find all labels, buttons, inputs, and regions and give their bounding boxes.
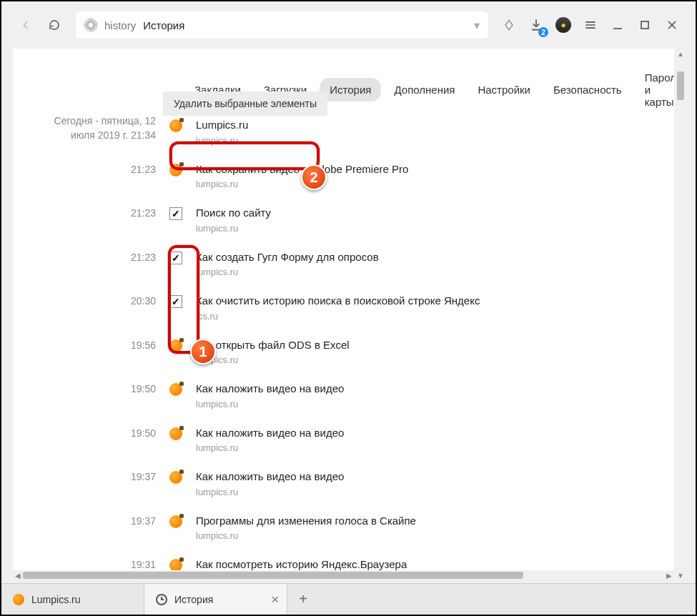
entry-time: 21:23	[13, 250, 156, 263]
page-title: История	[143, 19, 184, 31]
favicon-icon	[169, 515, 182, 528]
history-entry[interactable]: Lumpics.rulumpics.ru	[13, 114, 674, 159]
url-path: history	[104, 19, 136, 31]
close-window-button[interactable]	[661, 14, 683, 36]
entry-time: 20:30	[13, 294, 156, 307]
reload-button[interactable]	[43, 14, 66, 36]
entry-checkbox[interactable]	[169, 207, 182, 220]
delete-selected-button[interactable]: Удалить выбранные элементы	[163, 91, 327, 116]
history-entry[interactable]: 21:23Как создать Гугл Форму для опросовl…	[13, 247, 674, 291]
minimize-button[interactable]	[607, 14, 628, 36]
entry-time: 19:37	[13, 470, 156, 482]
favicon-icon	[169, 164, 182, 177]
entry-domain: lumpics.ru	[196, 487, 674, 497]
history-entry[interactable]: 19:37Программы для изменения голоса в Ск…	[13, 510, 674, 555]
entry-domain: lumpics.ru	[196, 267, 674, 277]
nav-tab-5[interactable]: Безопасность	[543, 78, 632, 101]
entry-title[interactable]: Как наложить видео на видео	[196, 382, 674, 396]
entry-domain: lumpics.ru	[196, 530, 674, 541]
settings-tabs: ЗакладкиЗагрузкиИсторияДополненияНастрой…	[13, 49, 674, 114]
tab-close-icon[interactable]: ✕	[271, 594, 280, 605]
entry-time: 19:50	[13, 382, 156, 394]
history-entry[interactable]: 21:23Поиск по сайтуlumpics.ru	[13, 202, 674, 247]
favicon-icon	[169, 427, 182, 440]
entry-title[interactable]: Как наложить видео на видео	[196, 470, 674, 484]
scroll-thumb[interactable]	[677, 71, 684, 100]
downloads-button[interactable]: 2	[525, 14, 547, 36]
entry-time	[13, 118, 156, 119]
favicon-icon	[169, 119, 182, 132]
tab-label: Lumpics.ru	[31, 594, 80, 605]
yandex-button[interactable]	[498, 14, 520, 36]
favicon-icon	[169, 471, 182, 484]
browser-tab[interactable]: История✕	[144, 584, 287, 615]
entry-domain: lumpics.ru	[196, 179, 674, 189]
site-icon	[84, 19, 97, 31]
nav-tab-4[interactable]: Настройки	[468, 78, 540, 101]
menu-button[interactable]	[580, 14, 601, 36]
maximize-button[interactable]	[634, 14, 656, 36]
scroll-thumb-h[interactable]	[23, 572, 523, 579]
history-entry[interactable]: 19:37Как наложить видео на видеоlumpics.…	[13, 466, 674, 510]
entry-checkbox[interactable]	[169, 252, 182, 264]
entry-title[interactable]: Поиск по сайту	[196, 206, 674, 220]
entry-time: 19:37	[13, 514, 156, 527]
entry-domain: lumpics.ru	[196, 223, 674, 234]
favicon-icon	[13, 594, 24, 605]
history-entry[interactable]: 19:50Как наложить видео на видеоlumpics.…	[13, 378, 674, 422]
entry-domain: ics.ru	[196, 311, 674, 322]
entry-title[interactable]: Как наложить видео на видео	[196, 426, 674, 440]
entry-domain: lumpics.ru	[196, 135, 674, 146]
entry-time: 21:23	[13, 206, 156, 219]
nav-tab-6[interactable]: Пароли и карты	[635, 66, 674, 114]
favicon-icon	[169, 383, 182, 396]
scroll-down-icon[interactable]: ▼	[676, 570, 686, 580]
nav-tab-3[interactable]: Дополнения	[384, 78, 465, 101]
profile-button[interactable]: ●	[553, 14, 574, 36]
entry-title[interactable]: Как сохранить видео в Adobe Premiere Pro	[196, 162, 674, 177]
entry-title[interactable]: Программы для изменения голоса в Скайпе	[196, 514, 674, 528]
entry-domain: lumpics.ru	[196, 354, 674, 365]
back-button[interactable]	[14, 14, 37, 36]
entry-title[interactable]: Как открыть файл ODS в Excel	[196, 338, 674, 352]
entry-domain: lumpics.ru	[196, 442, 674, 453]
entry-time: 21:23	[13, 162, 156, 175]
entry-checkbox[interactable]	[169, 295, 182, 308]
tab-label: История	[174, 594, 213, 605]
browser-tab[interactable]: Lumpics.ru	[1, 584, 144, 615]
new-tab-button[interactable]: +	[287, 584, 319, 615]
browser-toolbar: history История ▾ 2 ●	[1, 1, 696, 49]
nav-tab-2[interactable]: История	[320, 78, 381, 101]
history-entry[interactable]: 21:23Как сохранить видео в Adobe Premier…	[13, 159, 674, 203]
scroll-up-icon[interactable]: ▲	[676, 49, 686, 59]
entry-time: 19:50	[13, 426, 156, 439]
clock-icon	[156, 594, 167, 605]
entry-title[interactable]: Как посмотреть историю Яндекс.Браузера	[196, 557, 674, 572]
downloads-badge: 2	[538, 27, 548, 37]
entry-time: 19:31	[13, 557, 156, 570]
favicon-icon	[169, 339, 182, 352]
horizontal-scrollbar[interactable]: ◀ ▶	[13, 570, 674, 580]
history-entry[interactable]: 19:56Как открыть файл ODS в Excellumpics…	[13, 334, 674, 379]
entry-title[interactable]: Как очистить историю поиска в поисковой …	[196, 294, 674, 308]
history-list: Lumpics.rulumpics.ru21:23Как сохранить в…	[13, 114, 674, 580]
avatar: ●	[555, 17, 571, 33]
entry-title[interactable]: Как создать Гугл Форму для опросов	[196, 250, 674, 264]
address-bar[interactable]: history История ▾	[76, 11, 488, 39]
scroll-right-icon[interactable]: ▶	[664, 570, 674, 580]
entry-time: 19:56	[13, 338, 156, 351]
vertical-scrollbar[interactable]: ▲ ▼	[676, 49, 686, 580]
tab-strip: Lumpics.ruИстория✕+	[1, 583, 696, 615]
page-content: ЗакладкиЗагрузкиИсторияДополненияНастрой…	[13, 49, 674, 580]
history-entry[interactable]: 19:50Как наложить видео на видеоlumpics.…	[13, 422, 674, 467]
entry-title[interactable]: Lumpics.ru	[196, 118, 674, 132]
scroll-left-icon[interactable]: ◀	[13, 570, 23, 580]
entry-domain: lumpics.ru	[196, 399, 674, 409]
bookmark-icon[interactable]: ▾	[474, 19, 480, 32]
history-entry[interactable]: 20:30Как очистить историю поиска в поиск…	[13, 290, 674, 334]
svg-rect-0	[641, 21, 648, 29]
